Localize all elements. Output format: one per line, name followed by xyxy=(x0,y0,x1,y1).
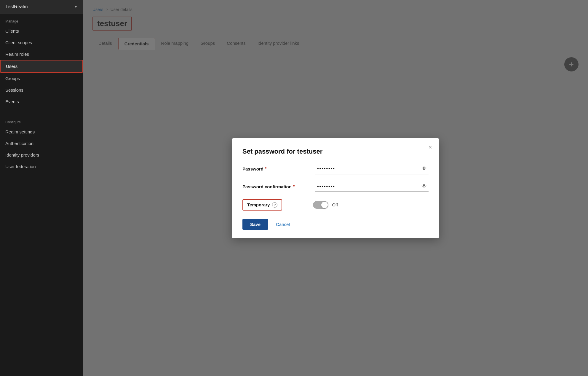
sidebar-item-events[interactable]: Events xyxy=(0,96,83,107)
password-confirmation-label: Password confirmation * xyxy=(242,184,308,189)
password-toggle-visibility-icon[interactable]: 👁 xyxy=(421,165,427,172)
sidebar-item-realm-roles-label: Realm roles xyxy=(5,52,29,57)
modal-actions: Save Cancel xyxy=(242,219,429,230)
sidebar-item-identity-providers[interactable]: Identity providers xyxy=(0,149,83,161)
password-label: Password * xyxy=(242,166,308,172)
sidebar-item-realm-settings[interactable]: Realm settings xyxy=(0,126,83,138)
sidebar-item-sessions[interactable]: Sessions xyxy=(0,84,83,96)
password-input-wrap: 👁 xyxy=(315,164,429,174)
sidebar-item-clients[interactable]: Clients xyxy=(0,25,83,37)
save-button[interactable]: Save xyxy=(242,219,268,230)
sidebar-item-sessions-label: Sessions xyxy=(5,87,23,93)
password-confirmation-toggle-visibility-icon[interactable]: 👁 xyxy=(421,183,427,189)
temporary-toggle-wrap: Off xyxy=(313,201,338,209)
modal-close-button[interactable]: × xyxy=(429,144,432,150)
password-confirmation-form-row: Password confirmation * 👁 xyxy=(242,181,429,192)
cancel-button[interactable]: Cancel xyxy=(274,219,292,230)
sidebar-item-authentication-label: Authentication xyxy=(5,141,33,146)
toggle-knob xyxy=(321,202,328,208)
temporary-label: Temporary xyxy=(247,202,270,207)
password-input[interactable] xyxy=(315,164,429,174)
sidebar: TestRealm ▼ Manage Clients Client scopes… xyxy=(0,0,83,376)
sidebar-item-user-federation[interactable]: User federation xyxy=(0,161,83,172)
modal-overlay: Set password for testuser × Password * 👁… xyxy=(83,0,588,376)
temporary-row: Temporary ? Off xyxy=(242,199,429,211)
password-required-star: * xyxy=(265,166,266,172)
sidebar-item-user-federation-label: User federation xyxy=(5,164,36,169)
sidebar-item-client-scopes[interactable]: Client scopes xyxy=(0,37,83,48)
set-password-modal: Set password for testuser × Password * 👁… xyxy=(232,138,439,238)
sidebar-item-realm-settings-label: Realm settings xyxy=(5,129,35,134)
sidebar-divider xyxy=(0,111,83,111)
sidebar-item-groups[interactable]: Groups xyxy=(0,73,83,84)
sidebar-item-identity-providers-label: Identity providers xyxy=(5,152,39,157)
configure-section-label: Configure xyxy=(0,115,83,126)
main-content: Users > User details testuser Details Cr… xyxy=(83,0,588,376)
sidebar-item-client-scopes-label: Client scopes xyxy=(5,40,32,45)
modal-title: Set password for testuser xyxy=(242,148,429,155)
sidebar-item-events-label: Events xyxy=(5,99,19,104)
temporary-info-icon[interactable]: ? xyxy=(272,202,277,208)
sidebar-item-clients-label: Clients xyxy=(5,28,19,34)
sidebar-item-users-label: Users xyxy=(6,64,17,69)
sidebar-item-realm-roles[interactable]: Realm roles xyxy=(0,48,83,60)
sidebar-item-authentication[interactable]: Authentication xyxy=(0,138,83,149)
realm-name: TestRealm xyxy=(5,4,28,9)
temporary-label-box: Temporary ? xyxy=(242,199,282,211)
sidebar-item-users[interactable]: Users xyxy=(0,60,83,73)
manage-section-label: Manage xyxy=(0,14,83,25)
password-confirmation-input[interactable] xyxy=(315,181,429,192)
sidebar-item-groups-label: Groups xyxy=(5,76,20,81)
toggle-state-label: Off xyxy=(332,202,338,207)
chevron-down-icon: ▼ xyxy=(74,5,78,9)
password-confirmation-input-wrap: 👁 xyxy=(315,181,429,192)
password-confirmation-required-star: * xyxy=(293,184,295,189)
temporary-toggle[interactable] xyxy=(313,201,328,209)
realm-selector[interactable]: TestRealm ▼ xyxy=(0,0,83,14)
password-form-row: Password * 👁 xyxy=(242,164,429,174)
